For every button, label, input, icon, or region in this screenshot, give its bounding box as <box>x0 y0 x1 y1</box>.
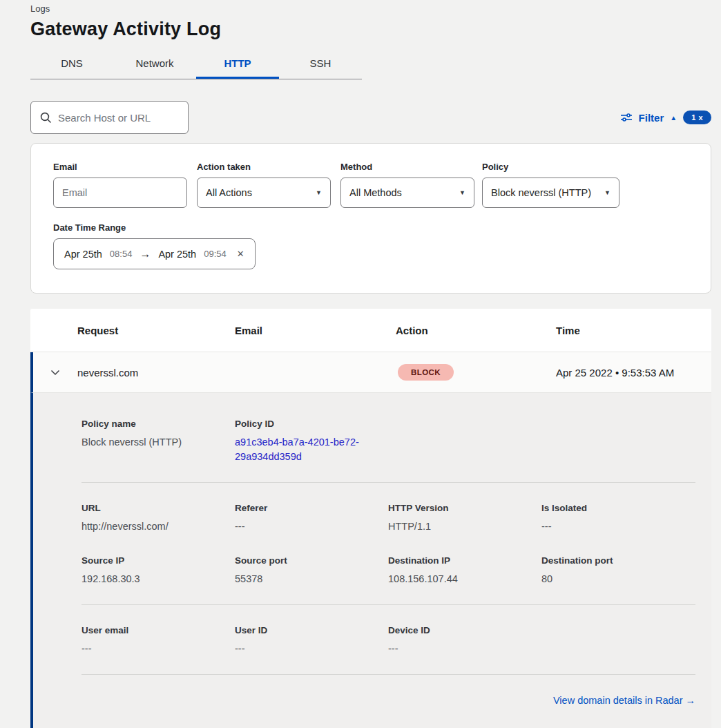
policy-name-field: Policy name Block neverssl (HTTP) <box>81 418 235 464</box>
expanded-row-details: Policy name Block neverssl (HTTP) Policy… <box>30 393 711 728</box>
start-date[interactable]: Apr 25th <box>64 249 102 260</box>
request-detail-section-row2: Source IP 192.168.30.3 Source port 55378… <box>81 555 695 586</box>
tab-ssh[interactable]: SSH <box>279 51 362 79</box>
user-id-field: User ID --- <box>235 624 388 656</box>
device-id-label: Device ID <box>388 624 541 636</box>
email-filter-label: Email <box>53 162 187 172</box>
tab-network[interactable]: Network <box>113 51 196 79</box>
device-id-field: Device ID --- <box>388 624 541 656</box>
search-icon <box>39 111 52 124</box>
date-range-picker[interactable]: Apr 25th 08:54 → Apr 25th 09:54 ✕ <box>53 238 256 269</box>
user-email-label: User email <box>81 624 235 636</box>
table-row[interactable]: neverssl.com BLOCK Apr 25 2022 • 9:53:53… <box>30 352 711 393</box>
user-email-value: --- <box>81 642 235 656</box>
search-box <box>30 101 189 134</box>
block-status-badge: BLOCK <box>398 364 454 381</box>
clear-date-range-icon[interactable]: ✕ <box>237 249 244 259</box>
filter-toggle-button[interactable]: Filter <box>639 112 664 124</box>
user-id-label: User ID <box>235 624 388 636</box>
column-header-time: Time <box>556 325 711 336</box>
policy-id-link[interactable]: a91c3eb4-ba7a-4201-be72-29a934dd359d <box>235 435 388 464</box>
end-date[interactable]: Apr 25th <box>158 249 196 260</box>
action-cell: BLOCK <box>396 364 556 381</box>
collapse-row-chevron-icon[interactable] <box>33 370 77 376</box>
caret-up-icon[interactable]: ▲ <box>670 114 677 122</box>
filter-panel: Email Action taken All Actions ▼ Method … <box>30 143 711 294</box>
page-title: Gateway Activity Log <box>30 19 711 40</box>
source-port-field: Source port 55378 <box>235 555 388 586</box>
is-isolated-label: Is Isolated <box>541 502 695 514</box>
column-header-action: Action <box>396 325 556 336</box>
destination-ip-field: Destination IP 108.156.107.44 <box>388 555 541 586</box>
source-port-value: 55378 <box>235 572 388 586</box>
radar-link-row: View domain details in Radar → <box>81 694 695 707</box>
referer-value: --- <box>235 519 388 534</box>
is-isolated-field: Is Isolated --- <box>541 502 695 534</box>
url-field: URL http://neverssl.com/ <box>81 502 235 534</box>
policy-name-label: Policy name <box>81 418 235 430</box>
action-taken-filter-field: Action taken All Actions ▼ <box>197 162 331 208</box>
section-divider <box>81 482 695 483</box>
end-time[interactable]: 09:54 <box>204 249 227 259</box>
email-filter-input[interactable] <box>53 178 187 208</box>
gateway-activity-log-page: Logs Gateway Activity Log DNS Network HT… <box>0 0 721 728</box>
arrow-right-icon: → <box>140 248 151 260</box>
tab-http[interactable]: HTTP <box>196 51 279 79</box>
start-time[interactable]: 08:54 <box>110 249 133 259</box>
column-header-request: Request <box>77 325 235 336</box>
policy-id-label: Policy ID <box>235 418 388 430</box>
destination-ip-value: 108.156.107.44 <box>388 572 541 586</box>
search-filter-bar: Filter ▲ 1 x <box>30 101 711 134</box>
url-label: URL <box>81 502 235 514</box>
breadcrumb[interactable]: Logs <box>30 0 711 14</box>
is-isolated-value: --- <box>541 519 695 534</box>
tab-dns[interactable]: DNS <box>30 51 113 79</box>
view-domain-details-radar-link[interactable]: View domain details in Radar → <box>553 695 695 706</box>
source-ip-value: 192.168.30.3 <box>81 572 235 586</box>
source-ip-label: Source IP <box>81 555 235 566</box>
policy-filter-field: Policy Block neverssl (HTTP) ▼ <box>482 162 619 208</box>
referer-label: Referer <box>235 502 388 514</box>
referer-field: Referer --- <box>235 502 388 534</box>
policy-id-field: Policy ID a91c3eb4-ba7a-4201-be72-29a934… <box>235 418 388 464</box>
column-header-email: Email <box>235 325 396 336</box>
user-id-value: --- <box>235 642 388 656</box>
action-taken-select[interactable]: All Actions ▼ <box>197 178 331 208</box>
request-detail-section-row1: URL http://neverssl.com/ Referer --- HTT… <box>81 502 695 534</box>
policy-section: Policy name Block neverssl (HTTP) Policy… <box>81 418 695 464</box>
method-filter-field: Method All Methods ▼ <box>340 162 474 208</box>
policy-select[interactable]: Block neverssl (HTTP) ▼ <box>482 178 619 208</box>
search-input[interactable] <box>58 112 180 124</box>
http-version-value: HTTP/1.1 <box>388 519 541 534</box>
policy-selected-value: Block neverssl (HTTP) <box>491 187 591 198</box>
method-filter-label: Method <box>340 162 474 172</box>
activity-log-table: Request Email Action Time neverssl.com B… <box>30 309 711 728</box>
filter-controls: Filter ▲ 1 x <box>620 111 711 124</box>
request-cell[interactable]: neverssl.com <box>77 367 235 379</box>
section-divider <box>81 604 695 605</box>
filter-sliders-icon <box>620 112 633 123</box>
date-time-range-label: Date Time Range <box>53 222 689 233</box>
user-section: User email --- User ID --- Device ID --- <box>81 624 695 656</box>
url-value: http://neverssl.com/ <box>81 519 235 534</box>
destination-port-label: Destination port <box>541 555 695 566</box>
chevron-down-icon: ▼ <box>459 189 465 196</box>
destination-ip-label: Destination IP <box>388 555 541 566</box>
user-email-field: User email --- <box>81 624 235 656</box>
time-cell: Apr 25 2022 • 9:53:53 AM <box>556 367 711 379</box>
method-selected-value: All Methods <box>349 187 402 198</box>
http-version-field: HTTP Version HTTP/1.1 <box>388 502 541 534</box>
device-id-value: --- <box>388 642 541 656</box>
policy-filter-label: Policy <box>482 162 619 172</box>
source-ip-field: Source IP 192.168.30.3 <box>81 555 235 586</box>
source-port-label: Source port <box>235 555 388 566</box>
log-type-tabs: DNS Network HTTP SSH <box>30 51 362 79</box>
method-select[interactable]: All Methods ▼ <box>340 178 474 208</box>
table-header-row: Request Email Action Time <box>30 309 711 352</box>
destination-port-value: 80 <box>541 572 695 586</box>
section-divider <box>81 674 695 675</box>
active-filter-count-badge[interactable]: 1 x <box>683 111 711 124</box>
action-taken-filter-label: Action taken <box>197 162 331 172</box>
policy-name-value: Block neverssl (HTTP) <box>81 435 235 450</box>
action-taken-selected-value: All Actions <box>206 187 252 198</box>
